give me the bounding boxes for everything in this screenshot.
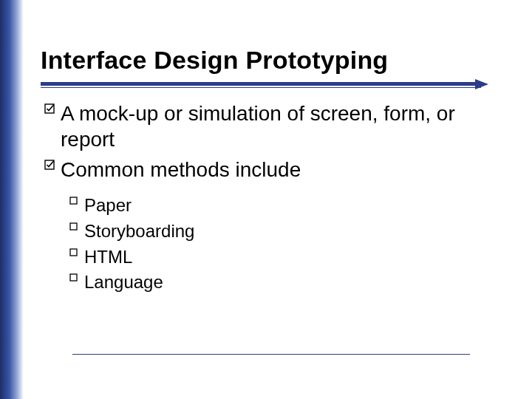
list-item-text: A mock-up or simulation of screen, form,… xyxy=(61,100,488,152)
slide-title: Interface Design Prototyping xyxy=(41,46,491,75)
list-item-text: Paper xyxy=(84,193,488,219)
svg-rect-3 xyxy=(70,223,77,230)
square-outline-icon xyxy=(69,245,84,256)
list-item: Language xyxy=(69,270,488,296)
list-item: Storyboarding xyxy=(69,219,488,245)
arrowhead-icon xyxy=(475,79,488,89)
list-item-text: Storyboarding xyxy=(84,219,488,245)
list-item: A mock-up or simulation of screen, form,… xyxy=(44,100,488,152)
list-item: Common methods include xyxy=(44,157,488,183)
title-underline xyxy=(41,82,481,88)
bottom-divider xyxy=(72,354,470,355)
list-item-text: HTML xyxy=(84,245,488,270)
svg-rect-5 xyxy=(70,274,77,281)
checkbox-checked-icon xyxy=(44,100,61,114)
checkbox-checked-icon xyxy=(44,157,61,170)
square-outline-icon xyxy=(69,219,84,231)
title-underline-thick xyxy=(41,82,481,86)
square-outline-icon xyxy=(69,270,84,282)
list-item-text: Common methods include xyxy=(61,157,488,183)
list-item: Paper xyxy=(69,193,488,219)
sidebar-gradient xyxy=(0,0,24,399)
title-block: Interface Design Prototyping xyxy=(41,46,491,88)
svg-rect-4 xyxy=(70,249,77,256)
list-item: HTML xyxy=(69,245,488,270)
title-underline-thin xyxy=(41,87,481,88)
sublist: Paper Storyboarding HTML xyxy=(69,193,488,296)
square-outline-icon xyxy=(69,193,84,205)
list-item-text: Language xyxy=(84,270,488,296)
svg-rect-2 xyxy=(70,197,77,204)
body-content: A mock-up or simulation of screen, form,… xyxy=(44,100,488,296)
slide: Interface Design Prototyping A mock-up o… xyxy=(0,0,532,399)
